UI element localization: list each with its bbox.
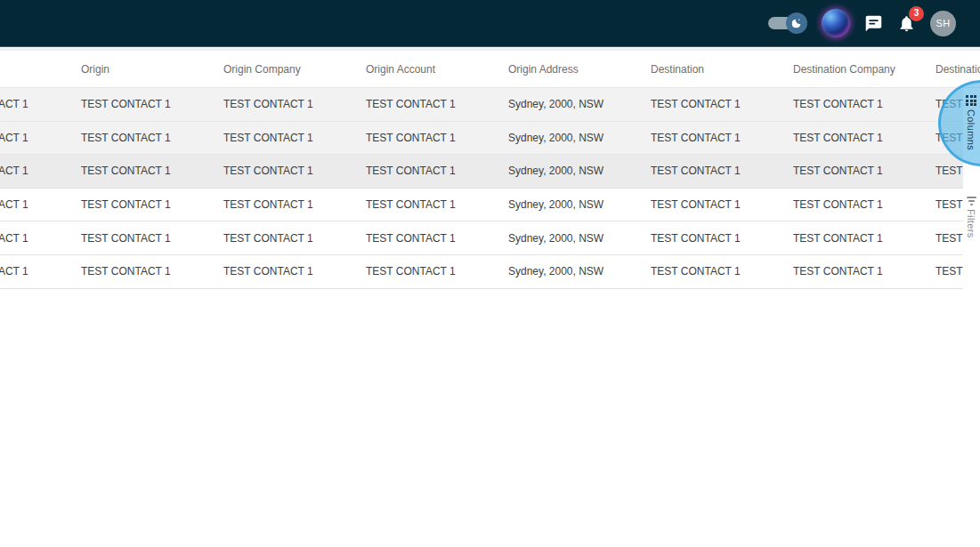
table-cell: TEST CONTACT 1	[793, 232, 935, 245]
table-cell: TEST CONTACT 1	[0, 198, 81, 211]
grid-icon	[966, 95, 976, 106]
table-cell: TEST CONTACT 1	[366, 165, 508, 177]
table-cell: TEST CONTACT 1	[366, 265, 508, 278]
table-cell: TEST CONTACT 1	[793, 198, 935, 211]
table-cell: TEST CONTACT 1	[81, 232, 223, 245]
table-cell: TEST CONTACT 1	[223, 198, 366, 211]
table-cell: Sydney, 2000, NSW	[508, 198, 651, 211]
column-header[interactable]: Destination	[651, 63, 793, 76]
table-cell: TEST CONTACT 1	[0, 98, 81, 110]
table-cell: TEST CONTACT 1	[793, 98, 935, 110]
filters-tab-label: Filters	[966, 209, 976, 238]
plasma-orb-logo[interactable]	[822, 9, 850, 37]
table-cell: TEST CONTACT 1	[223, 98, 366, 110]
column-header[interactable]: Origin Company	[223, 63, 366, 76]
table-cell: TEST CONTACT 1	[651, 165, 793, 177]
table-cell: TEST CONTACT 1	[223, 165, 366, 177]
columns-tab-label: Columns	[966, 109, 976, 150]
table-row[interactable]: TEST CONTACT 1TEST CONTACT 1TEST CONTACT…	[0, 155, 980, 189]
table-cell: TEST CONTACT 1	[0, 232, 81, 245]
columns-tab[interactable]: Columns	[964, 95, 978, 150]
column-header[interactable]: Origin Account	[366, 63, 508, 76]
notifications-button[interactable]: 3	[897, 14, 916, 33]
table-cell: TEST CONTACT 1	[81, 165, 223, 177]
table-cell: TEST CONTACT 1	[223, 265, 366, 278]
table-row[interactable]: TEST CONTACT 1TEST CONTACT 1TEST CONTACT…	[0, 122, 980, 156]
table-cell: TEST CONTACT 1	[81, 265, 223, 278]
toggle-thumb	[786, 12, 807, 34]
table-cell: Sydney, 2000, NSW	[508, 132, 651, 144]
column-header[interactable]: Origin Address	[508, 63, 651, 76]
table-cell: TEST CONTACT 1	[793, 165, 935, 177]
table-row[interactable]: TEST CONTACT 1TEST CONTACT 1TEST CONTACT…	[0, 255, 980, 289]
table-row[interactable]: TEST CONTACT 1TEST CONTACT 1TEST CONTACT…	[0, 88, 980, 122]
table-cell: TEST CONTACT 1	[81, 98, 223, 110]
table-cell: TEST CONTACT 1	[793, 132, 935, 144]
filters-tab[interactable]: Filters	[964, 197, 978, 238]
table-row[interactable]: TEST CONTACT 1TEST CONTACT 1TEST CONTACT…	[0, 189, 980, 222]
theme-toggle[interactable]	[768, 12, 807, 34]
column-header[interactable]: Destination Company	[793, 63, 935, 76]
table-cell: Sydney, 2000, NSW	[508, 165, 651, 177]
table-cell: TEST CONTACT 1	[81, 198, 223, 211]
table-cell: TEST CONTACT 1	[651, 98, 793, 110]
table-cell: TEST CONTACT 1	[0, 165, 81, 177]
data-table: OriginOrigin CompanyOrigin AccountOrigin…	[0, 51, 980, 289]
table-cell: TEST CONTACT 1	[651, 232, 793, 245]
table-cell: TEST CONTACT 1	[223, 232, 366, 245]
table-body: TEST CONTACT 1TEST CONTACT 1TEST CONTACT…	[0, 88, 980, 289]
table-cell: TEST CONTACT 1	[651, 265, 793, 278]
table-cell: Sydney, 2000, NSW	[508, 98, 651, 110]
table-cell: TEST CONTACT 1	[366, 132, 508, 144]
notification-badge: 3	[909, 6, 924, 21]
top-navbar: 3 SH	[0, 0, 980, 47]
table-cell: TEST CONTACT 1	[223, 132, 366, 144]
table-cell: TEST CONTACT 1	[366, 198, 508, 211]
table-cell: TEST CONTACT 1	[0, 265, 81, 278]
table-cell: TEST CONTACT 1	[81, 132, 223, 144]
table-cell: TEST CONTACT 1	[366, 232, 508, 245]
moon-icon	[790, 17, 803, 29]
table-cell: Sydney, 2000, NSW	[508, 232, 651, 245]
table-cell: TEST CONTACT 1	[793, 265, 935, 278]
table-row[interactable]: TEST CONTACT 1TEST CONTACT 1TEST CONTACT…	[0, 221, 980, 255]
table-cell: TEST CONTACT 1	[366, 98, 508, 110]
table-cell: TEST CONTACT 1	[651, 198, 793, 211]
column-header[interactable]: Destination Account	[935, 63, 980, 76]
table-cell: TEST CONTACT 1	[0, 132, 81, 144]
messages-button[interactable]	[864, 14, 883, 33]
filter-icon	[966, 197, 976, 205]
user-avatar[interactable]: SH	[930, 11, 956, 36]
table-header-row: OriginOrigin CompanyOrigin AccountOrigin…	[0, 51, 980, 88]
chat-icon	[864, 14, 883, 33]
column-header[interactable]: Origin	[81, 63, 223, 76]
table-cell: TEST CONTACT 1	[651, 132, 793, 144]
table-cell: Sydney, 2000, NSW	[508, 265, 651, 278]
